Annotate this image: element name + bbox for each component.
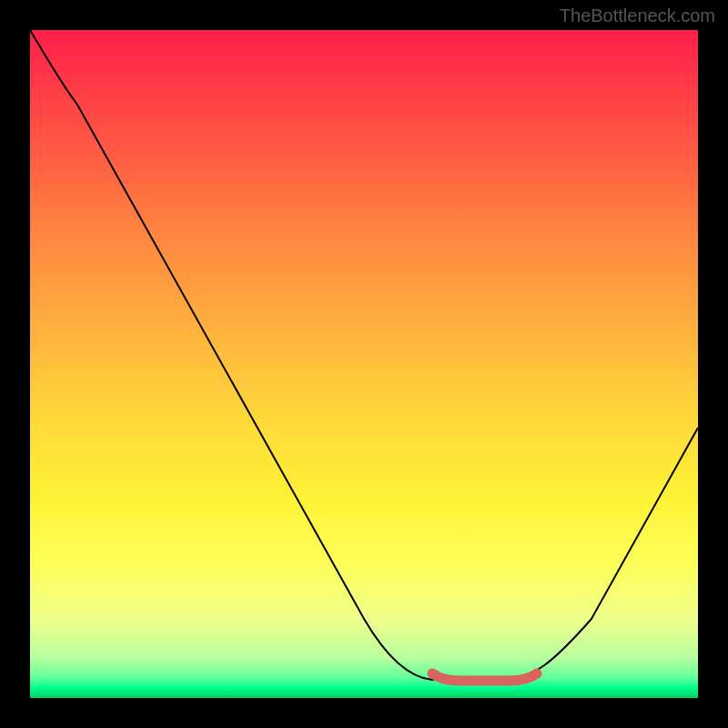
plot-area	[30, 30, 698, 698]
chart-container: TheBottleneck.com	[0, 0, 728, 728]
watermark-label: TheBottleneck.com	[560, 5, 715, 26]
main-curve-path	[30, 30, 698, 680]
curve-svg	[30, 30, 698, 698]
marker-path	[432, 673, 537, 681]
